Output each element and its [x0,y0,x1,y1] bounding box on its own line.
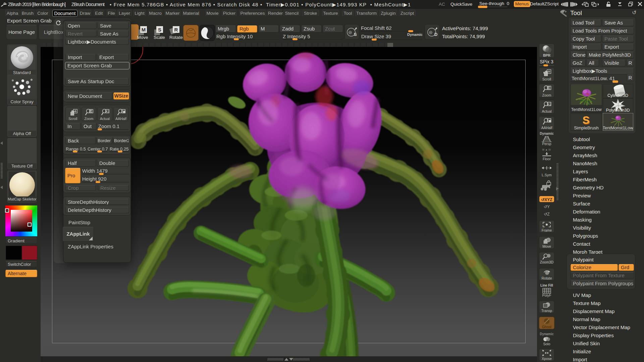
svg-text:Scale: Scale [154,35,165,40]
svg-text:x1: x1 [548,103,551,106]
svg-text:Cylinder3D: Cylinder3D [607,93,628,98]
svg-text:R: R [174,27,178,33]
svg-text:D: D [434,32,437,37]
svg-text:SimpleBrush: SimpleBrush [574,125,599,130]
svg-text:x1: x1 [106,110,109,113]
svg-text:S: S [354,32,357,37]
svg-text:M: M [142,27,146,33]
svg-text:S: S [583,114,590,126]
svg-text:TentMonst1Low: TentMonst1Low [571,107,602,112]
svg-text:S: S [158,27,161,33]
svg-text:Rotate: Rotate [169,35,183,40]
svg-text:TentMonst1Low: TentMonst1Low [603,125,633,130]
svg-text:PolyMesh3D: PolyMesh3D [606,108,630,113]
svg-text:Move: Move [137,35,148,40]
